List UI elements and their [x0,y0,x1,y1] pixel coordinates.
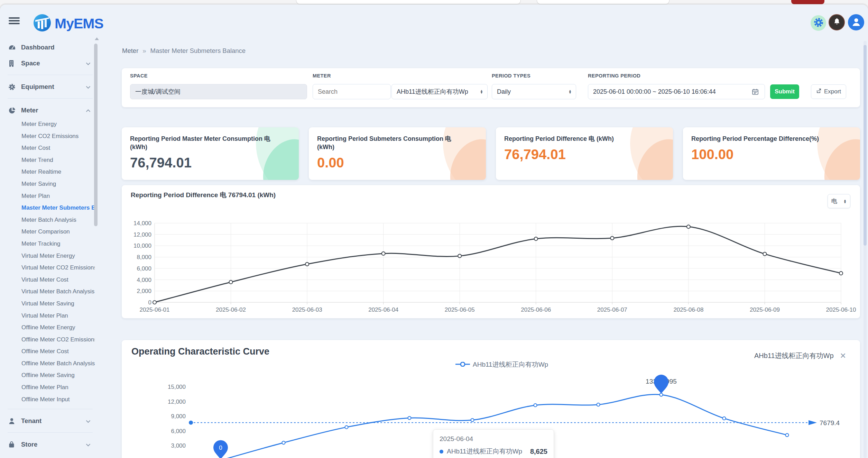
sidebar-subitem-virtual-meter-saving[interactable]: Virtual Meter Saving [4,298,95,310]
svg-text:2025-06-10: 2025-06-10 [826,306,856,313]
svg-text:7679.4: 7679.4 [820,419,840,427]
sidebar-subitem-offline-meter-input[interactable]: Offline Meter Input [4,394,95,406]
sidebar-divider [4,95,95,102]
sidebar-subitem-meter-comparison[interactable]: Meter Comparison [4,226,95,238]
gear-icon [8,83,17,91]
sidebar-item-dashboard[interactable]: Dashboard [4,39,95,55]
stat-card-title: Reporting Period Master Meter Consumptio… [130,135,290,152]
period-types-label: PERIOD TYPES [492,73,530,79]
svg-text:6,000: 6,000 [137,265,151,272]
sidebar-item-label: Dashboard [21,44,55,51]
svg-text:8,000: 8,000 [137,254,151,260]
svg-text:10,000: 10,000 [133,242,151,249]
svg-text:2025-06-04: 2025-06-04 [368,306,398,313]
logo-icon [33,14,51,33]
sidebar-item-label: Space [21,59,40,67]
filter-panel: SPACE METER AHb11进线柜正向有功Wp ▲▼ PERIOD TYP… [122,68,860,107]
svg-text:3,000: 3,000 [171,442,186,449]
tooltip-date: 2025-06-04 [440,435,547,443]
stat-card-value: 76,794.01 [504,147,665,162]
sidebar-subitem-meter-tracking[interactable]: Meter Tracking [4,238,95,250]
sidebar-item-label: Equipment [21,83,54,91]
sidebar-item-space[interactable]: Space [4,55,95,71]
breadcrumb-current: Master Meter Submeters Balance [150,47,246,55]
chevron-down-icon [86,83,91,91]
updown-arrows-icon: ▲▼ [569,90,572,94]
submit-button[interactable]: Submit [770,84,799,99]
occ-chart-card: Operating Characteristic Curve AHb11进线柜正… [122,340,860,458]
tooltip-series-dot [440,450,443,454]
account-button[interactable] [848,14,864,30]
calendar-icon[interactable] [752,88,759,97]
sidebar-divider [4,405,95,413]
sidebar-item-tenant[interactable]: Tenant [4,413,95,429]
browser-red-button-remnant [791,0,824,4]
stat-card-reporting-period-submeters-consumption-k: Reporting Period Submeters Consumption 电… [309,127,486,180]
sidebar-subitem-meter-cost[interactable]: Meter Cost [4,142,95,154]
sidebar-subitem-master-meter-submeters-balance[interactable]: Master Meter Submeters Balance [4,202,95,214]
sidebar-scroll-up-arrow[interactable] [95,37,99,40]
sidebar-subitem-virtual-meter-energy[interactable]: Virtual Meter Energy [4,250,95,262]
svg-text:15,000: 15,000 [168,384,186,390]
space-input[interactable] [130,84,307,99]
svg-text:2025-06-06: 2025-06-06 [521,306,551,313]
meter-select[interactable]: AHb11进线柜正向有功Wp ▲▼ [391,84,488,99]
logo-text: MyEMS [55,16,103,32]
chart-tooltip: 2025-06-04 AHb11进线柜正向有功Wp 8,625 [433,429,554,458]
export-icon [816,88,821,95]
stat-card-title: Reporting Period Submeters Consumption 电… [317,135,478,152]
sidebar-subitem-offline-meter-cost[interactable]: Offline Meter Cost [4,346,95,358]
sidebar-subitem-virtual-meter-plan[interactable]: Virtual Meter Plan [4,310,95,322]
screenshot-root: MyEMS DashboardSpaceEquipment [0,0,868,458]
sidebar-subitem-virtual-meter-cost[interactable]: Virtual Meter Cost [4,274,95,286]
difference-line-chart[interactable]: 02,0004,0006,0008,00010,00012,00014,0002… [122,185,860,318]
chevron-down-icon [86,417,91,425]
stat-card-value: 100.00 [691,147,852,162]
sidebar-scrollbar[interactable] [94,44,98,226]
stat-card-title: Reporting Period Percentage Difference(%… [691,135,852,143]
sidebar-subitem-offline-meter-saving[interactable]: Offline Meter Saving [4,369,95,382]
settings-button[interactable] [811,15,826,31]
sidebar-subitem-offline-meter-batch-analysis[interactable]: Offline Meter Batch Analysis [4,358,95,370]
period-type-select[interactable]: Daily ▲▼ [492,84,576,99]
breadcrumb-separator: » [142,47,146,55]
gear-icon [813,17,824,29]
sidebar-item-meter[interactable]: Meter [4,102,95,118]
sidebar-subitem-offline-meter-energy[interactable]: Offline Meter Energy [4,322,95,334]
sidebar-item-label: Meter [21,107,38,114]
sidebar-item-label: Tenant [21,417,41,425]
sidebar-subitem-meter-energy[interactable]: Meter Energy [4,118,95,130]
stat-card-reporting-period-percentage-difference: Reporting Period Percentage Difference(%… [683,127,860,180]
sidebar-nav: DashboardSpaceEquipmentMeterMeter Energy… [4,39,95,452]
svg-text:2025-06-01: 2025-06-01 [140,306,170,313]
sidebar-subitem-virtual-meter-batch-analysis[interactable]: Virtual Meter Batch Analysis [4,286,95,298]
svg-text:14,000: 14,000 [133,220,151,227]
sidebar-subitem-meter-trend[interactable]: Meter Trend [4,154,95,166]
app-logo[interactable]: MyEMS [33,14,103,33]
sidebar-item-equipment[interactable]: Equipment [4,79,95,95]
page-scrollbar[interactable] [864,45,867,246]
sidebar-item-label: Store [21,441,37,448]
svg-text:12,000: 12,000 [133,231,151,238]
svg-text:12,000: 12,000 [168,399,186,405]
svg-text:2,000: 2,000 [137,288,151,294]
chevron-down-icon [86,59,91,67]
bag-icon [8,441,17,448]
sidebar-subitem-meter-plan[interactable]: Meter Plan [4,190,95,202]
notifications-button[interactable] [829,14,845,30]
sidebar-subitem-meter-saving[interactable]: Meter Saving [4,178,95,190]
person-icon [8,418,17,424]
sidebar-subitem-virtual-meter-co2-emissions[interactable]: Virtual Meter CO2 Emissions [4,262,95,274]
export-button[interactable]: Export [811,84,846,99]
sidebar-subitem-offline-meter-co2-emissions[interactable]: Offline Meter CO2 Emissions [4,334,95,346]
sidebar-subitem-meter-realtime[interactable]: Meter Realtime [4,166,95,178]
sidebar-subitem-offline-meter-plan[interactable]: Offline Meter Plan [4,382,95,394]
sidebar-subitem-meter-co2-emissions[interactable]: Meter CO2 Emissions [4,130,95,143]
sidebar-subitem-meter-batch-analysis[interactable]: Meter Batch Analysis [4,214,95,226]
reporting-period-input[interactable] [588,84,765,99]
meter-search-input[interactable] [313,84,391,99]
sidebar-item-store[interactable]: Store [4,437,95,452]
breadcrumb-parent[interactable]: Meter [122,47,138,55]
hamburger-menu-button[interactable] [9,17,20,26]
sidebar-divider [4,71,95,79]
